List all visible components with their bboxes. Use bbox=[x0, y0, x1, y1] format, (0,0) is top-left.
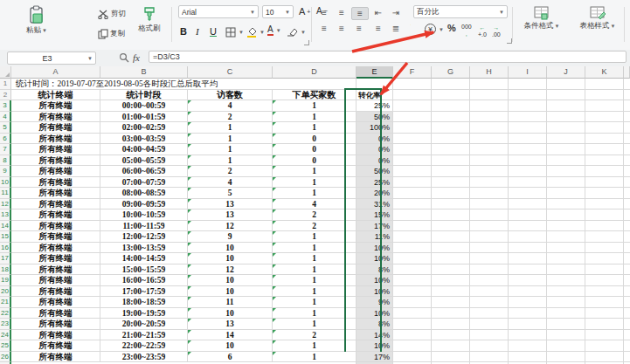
bold-button[interactable]: B bbox=[180, 26, 187, 37]
cell-empty[interactable] bbox=[624, 100, 630, 112]
cell-empty[interactable] bbox=[432, 155, 470, 167]
borders-button[interactable]: ▼ bbox=[225, 27, 244, 38]
cell-title[interactable]: 统计时间：2019-07-07至2019-08-05各时段汇总后取平均 bbox=[11, 79, 357, 90]
cell-buyers[interactable]: 2 bbox=[273, 209, 357, 221]
cell-empty[interactable] bbox=[470, 188, 509, 199]
distribute-icon[interactable]: ≣ bbox=[388, 23, 404, 34]
cell-empty[interactable] bbox=[509, 122, 547, 134]
increase-decimal-button[interactable]: ←+.0 bbox=[478, 24, 487, 38]
cut-button[interactable]: 剪切 bbox=[98, 9, 126, 19]
cell-terminal[interactable]: 所有终端 bbox=[11, 100, 100, 112]
cell-buyers[interactable]: 1 bbox=[273, 243, 357, 254]
cell-empty[interactable] bbox=[393, 330, 432, 341]
row-header-3[interactable]: 3 bbox=[0, 100, 11, 112]
column-header-D[interactable]: D bbox=[273, 66, 357, 79]
cell-empty[interactable] bbox=[509, 144, 547, 155]
cell-empty[interactable] bbox=[509, 177, 547, 189]
cell-empty[interactable] bbox=[585, 253, 624, 264]
cell-rate[interactable]: 15% bbox=[357, 209, 393, 221]
cell-period[interactable]: 02:00~02:59 bbox=[100, 122, 188, 134]
cell-empty[interactable] bbox=[432, 330, 470, 341]
cell-empty[interactable] bbox=[547, 122, 585, 134]
cell-buyers[interactable]: 1 bbox=[273, 177, 357, 189]
cell-empty[interactable] bbox=[470, 275, 509, 286]
cell-empty[interactable] bbox=[624, 308, 630, 319]
cell-empty[interactable] bbox=[585, 155, 624, 167]
italic-button[interactable]: I bbox=[196, 26, 199, 37]
cell-visitors[interactable]: 10 bbox=[188, 340, 273, 352]
row-header-13[interactable]: 13 bbox=[0, 209, 11, 221]
row-header-2[interactable]: 2 bbox=[0, 90, 11, 101]
cell-rate[interactable]: 8% bbox=[357, 264, 393, 276]
cell-rate[interactable]: 31% bbox=[357, 199, 393, 210]
cell-buyers[interactable]: 1 bbox=[273, 122, 357, 134]
cell-rate[interactable]: 0% bbox=[357, 155, 393, 167]
cell-empty[interactable] bbox=[432, 199, 470, 210]
cell-visitors[interactable]: 10 bbox=[188, 308, 273, 319]
cell-visitors[interactable]: 9 bbox=[188, 231, 273, 243]
font-size-select[interactable]: 10▼ bbox=[262, 5, 294, 18]
cell-rate[interactable]: 9% bbox=[357, 297, 393, 308]
cell-visitors[interactable]: 13 bbox=[188, 319, 273, 330]
cell-empty[interactable] bbox=[624, 155, 630, 167]
cell-empty[interactable] bbox=[624, 79, 630, 90]
cell-empty[interactable] bbox=[624, 166, 630, 177]
cell-period[interactable]: 22:00~22:59 bbox=[100, 340, 188, 352]
cell-period[interactable]: 11:00~11:59 bbox=[100, 221, 188, 232]
cell-empty[interactable] bbox=[547, 100, 585, 112]
cell-rate[interactable]: 10% bbox=[357, 308, 393, 319]
column-header-H[interactable]: H bbox=[470, 66, 509, 79]
cell-visitors[interactable]: 10 bbox=[188, 253, 273, 264]
row-header-4[interactable]: 4 bbox=[0, 112, 11, 123]
cell-rate[interactable]: 10% bbox=[357, 286, 393, 298]
cell-visitors[interactable]: 14 bbox=[188, 330, 273, 341]
cell-header-0[interactable]: 统计终端 bbox=[11, 90, 100, 101]
cell-empty[interactable] bbox=[547, 144, 585, 155]
cell-visitors[interactable]: 11 bbox=[188, 297, 273, 308]
cell-terminal[interactable]: 所有终端 bbox=[11, 352, 100, 363]
cell-empty[interactable] bbox=[547, 79, 585, 90]
row-header-21[interactable]: 21 bbox=[0, 297, 11, 308]
cell-period[interactable]: 09:00~09:59 bbox=[100, 199, 188, 210]
cell-buyers[interactable]: 4 bbox=[273, 199, 357, 210]
cell-empty[interactable] bbox=[432, 112, 470, 123]
cell-terminal[interactable]: 所有终端 bbox=[11, 275, 100, 286]
row-header-6[interactable]: 6 bbox=[0, 134, 11, 145]
cell-empty[interactable] bbox=[547, 297, 585, 308]
cell-empty[interactable] bbox=[470, 199, 509, 210]
cell-terminal[interactable]: 所有终端 bbox=[11, 112, 100, 123]
row-header-9[interactable]: 9 bbox=[0, 166, 11, 177]
cell-header-4[interactable]: 转化率 bbox=[357, 90, 393, 101]
decrease-decimal-button[interactable]: →.00 bbox=[492, 24, 501, 38]
cell-empty[interactable] bbox=[393, 319, 432, 330]
table-style-button[interactable]: 表格样式▼ bbox=[573, 6, 622, 31]
formula-input[interactable]: =D3/C3 bbox=[149, 51, 627, 63]
cell-empty[interactable] bbox=[624, 122, 630, 134]
cell-rate[interactable]: 50% bbox=[357, 112, 393, 123]
column-header-A[interactable]: A bbox=[11, 66, 100, 79]
cell-empty[interactable] bbox=[585, 340, 624, 352]
cell-period[interactable]: 12:00~12:59 bbox=[100, 231, 188, 243]
cell-period[interactable]: 18:00~18:59 bbox=[100, 297, 188, 308]
cell-empty[interactable] bbox=[393, 209, 432, 221]
row-header-20[interactable]: 20 bbox=[0, 286, 11, 298]
cell-visitors[interactable]: 13 bbox=[188, 199, 273, 210]
column-header-F[interactable]: F bbox=[393, 66, 432, 79]
conditional-format-button[interactable]: 条件格式▼ bbox=[517, 6, 566, 31]
cell-empty[interactable] bbox=[509, 79, 547, 90]
cell-buyers[interactable]: 0 bbox=[273, 155, 357, 167]
cell-rate[interactable]: 100% bbox=[357, 122, 393, 134]
cell-period[interactable]: 07:00~07:59 bbox=[100, 177, 188, 189]
row-header-17[interactable]: 17 bbox=[0, 253, 11, 264]
cell-terminal[interactable]: 所有终端 bbox=[11, 340, 100, 352]
cell-empty[interactable] bbox=[624, 275, 630, 286]
cell-empty[interactable] bbox=[585, 352, 624, 363]
cell-empty[interactable] bbox=[624, 199, 630, 210]
cell-empty[interactable] bbox=[547, 286, 585, 298]
cell-empty[interactable] bbox=[547, 308, 585, 319]
cell-empty[interactable] bbox=[470, 243, 509, 254]
cell-empty[interactable] bbox=[393, 90, 432, 101]
cell-terminal[interactable]: 所有终端 bbox=[11, 231, 100, 243]
cell-empty[interactable] bbox=[547, 231, 585, 243]
cell-empty[interactable] bbox=[432, 275, 470, 286]
